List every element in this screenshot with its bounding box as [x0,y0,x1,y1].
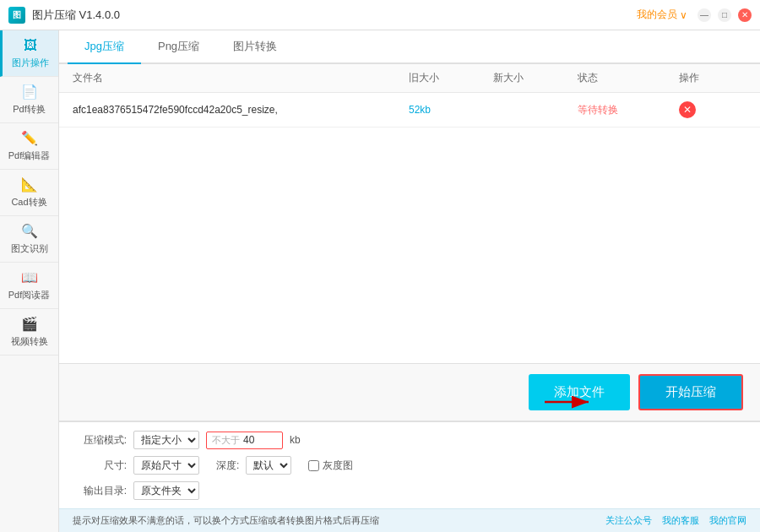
action-section: 添加文件 开始压缩 [59,364,760,422]
sidebar-item-label: Pdf转换 [13,103,46,116]
size-constraint-label: 不大于 [212,434,240,447]
chevron-down-icon: ∨ [680,9,687,21]
sidebar: 🖼 图片操作 📄 Pdf转换 ✏️ Pdf编辑器 📐 Cad转换 🔍 图文识别 … [0,30,59,532]
minimize-button[interactable]: — [698,8,711,22]
cad-convert-icon: 📐 [21,176,38,193]
sidebar-item-pdf-editor[interactable]: ✏️ Pdf编辑器 [0,123,58,170]
grayscale-label: 灰度图 [323,459,353,473]
sidebar-item-label: 图文识别 [11,242,48,255]
col-filename: 文件名 [73,71,409,85]
window-controls: — □ ✕ [698,8,752,22]
compress-mode-row: 压缩模式: 指定大小 不大于 kb [76,431,743,449]
title-bar: 图 图片压缩 V1.4.0.0 我的会员 ∨ — □ ✕ [0,0,760,30]
col-newsize: 新大小 [493,71,578,85]
main-layout: 🖼 图片操作 📄 Pdf转换 ✏️ Pdf编辑器 📐 Cad转换 🔍 图文识别 … [0,30,760,532]
video-convert-icon: 🎬 [21,316,38,332]
sidebar-item-label: Pdf阅读器 [8,289,51,301]
status-links: 关注公众号 我的客服 我的官网 [605,514,746,527]
tab-jpg[interactable]: Jpg压缩 [68,30,141,64]
sidebar-item-label: 图片操作 [12,57,49,69]
file-name-cell: afc1ea8376515472fe590fccd42a20c5_resize, [73,104,409,116]
image-op-icon: 🖼 [24,38,37,53]
size-input[interactable] [243,434,277,446]
content-area: Jpg压缩 Png压缩 图片转换 文件名 旧大小 新大小 状态 操作 af [59,30,760,532]
col-action: 操作 [679,71,746,85]
size-unit-label: kb [290,434,301,446]
output-row: 输出目录: 原文件夹 [76,481,743,500]
pdf-convert-icon: 📄 [21,84,38,100]
dimension-row: 尺寸: 原始尺寸 深度: 默认 灰度图 [76,456,743,475]
status-tip: 提示对压缩效果不满意的话，可以换个方式压缩或者转换图片格式后再压缩 [73,514,379,527]
customer-service-link[interactable]: 我的客服 [662,514,699,527]
sidebar-item-image-op[interactable]: 🖼 图片操作 [0,30,58,77]
member-button[interactable]: 我的会员 ∨ [637,8,687,22]
title-bar-right: 我的会员 ∨ — □ ✕ [637,8,752,22]
col-status: 状态 [578,71,679,85]
grayscale-checkbox[interactable] [308,460,319,471]
sidebar-item-pdf-reader[interactable]: 📖 Pdf阅读器 [0,263,58,309]
sidebar-item-cad-convert[interactable]: 📐 Cad转换 [0,170,58,216]
tab-bar: Jpg压缩 Png压缩 图片转换 [59,30,760,64]
title-bar-left: 图 图片压缩 V1.4.0.0 [8,7,120,24]
sidebar-item-ocr[interactable]: 🔍 图文识别 [0,216,58,263]
sidebar-item-label: 视频转换 [11,335,48,348]
dimension-label: 尺寸: [76,459,127,473]
compress-mode-select[interactable]: 指定大小 [133,431,199,449]
compress-mode-label: 压缩模式: [76,433,127,448]
delete-button[interactable]: ✕ [679,101,696,118]
table-header: 文件名 旧大小 新大小 状态 操作 [59,64,760,93]
tab-png[interactable]: Png压缩 [141,30,216,62]
sidebar-item-label: Pdf编辑器 [8,149,51,162]
pdf-editor-icon: ✏️ [21,130,38,146]
arrow-indicator [545,392,595,413]
bottom-area: 添加文件 开始压缩 压缩模式: 指定大小 不大于 kb [59,363,760,508]
official-account-link[interactable]: 关注公众号 [605,514,652,527]
file-status-cell: 等待转换 [578,103,679,117]
sidebar-item-pdf-convert[interactable]: 📄 Pdf转换 [0,77,58,123]
depth-select[interactable]: 默认 [246,456,291,475]
maximize-button[interactable]: □ [718,8,731,22]
close-button[interactable]: ✕ [738,8,752,22]
dimension-select[interactable]: 原始尺寸 [133,456,199,475]
ocr-icon: 🔍 [21,223,38,239]
arrow-svg [545,392,595,413]
sidebar-item-video-convert[interactable]: 🎬 视频转换 [0,309,58,356]
sidebar-item-label: Cad转换 [11,196,46,209]
action-row: 添加文件 开始压缩 [59,364,760,421]
app-title: 图片压缩 V1.4.0.0 [32,8,120,23]
output-label: 输出目录: [76,484,127,498]
pdf-reader-icon: 📖 [21,269,38,285]
col-oldsize: 旧大小 [409,71,493,85]
size-input-group: 不大于 [206,432,283,449]
table-body: afc1ea8376515472fe590fccd42a20c5_resize,… [59,93,760,363]
grayscale-group: 灰度图 [308,459,353,473]
file-old-size-cell: 52kb [409,104,493,116]
start-compress-button[interactable]: 开始压缩 [638,374,743,410]
member-label: 我的会员 [637,8,677,22]
settings-area: 压缩模式: 指定大小 不大于 kb 尺寸: 原始尺寸 深度: [59,422,760,508]
official-site-link[interactable]: 我的官网 [709,514,746,527]
table-row: afc1ea8376515472fe590fccd42a20c5_resize,… [59,93,760,128]
app-icon: 图 [8,7,25,24]
status-bar: 提示对压缩效果不满意的话，可以换个方式压缩或者转换图片格式后再压缩 关注公众号 … [59,508,760,532]
tab-convert[interactable]: 图片转换 [216,30,294,62]
output-select[interactable]: 原文件夹 [133,481,199,500]
depth-label: 深度: [216,459,239,473]
file-action-cell: ✕ [679,101,746,118]
file-list-area: 文件名 旧大小 新大小 状态 操作 afc1ea8376515472fe590f… [59,64,760,363]
